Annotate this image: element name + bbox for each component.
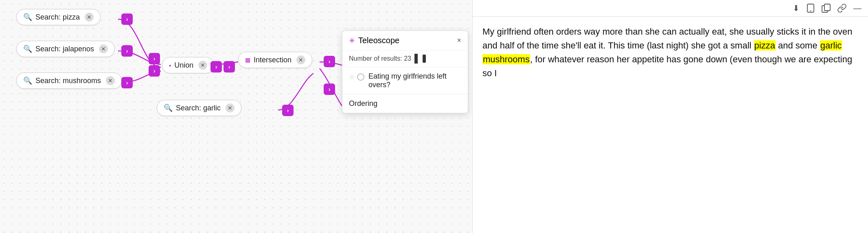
- text-content: My girlfriend often orders way more than…: [473, 17, 868, 88]
- teleoscope-close-button[interactable]: ×: [457, 36, 461, 45]
- results-bar: [414, 54, 418, 64]
- list-item-1-text: Ordering: [349, 99, 377, 108]
- teleoscope-list: ☆ Eating my girlfriends left overs? Orde…: [342, 67, 468, 113]
- union-arrow-out[interactable]: ›: [210, 61, 222, 73]
- search-garlic-close[interactable]: ✕: [226, 103, 235, 112]
- search-jalapenos-arrow[interactable]: ›: [121, 45, 133, 57]
- union-label: Union: [174, 61, 193, 70]
- intersection-icon: ▩: [245, 57, 250, 63]
- search-jalapenos-label: Search: jalapenos: [35, 45, 94, 53]
- union-close[interactable]: ✕: [198, 61, 207, 70]
- teleoscope-meta: Number of results: 23: [342, 51, 468, 67]
- list-item-0-text: Eating my girlfriends left overs?: [368, 72, 461, 89]
- union-arrow-in-top[interactable]: ›: [149, 53, 160, 64]
- search-garlic-icon: 🔍: [164, 103, 173, 112]
- text-part-4: , for whatever reason her appetite has g…: [482, 54, 852, 78]
- intersection-node[interactable]: ▩ Intersection ✕: [238, 52, 312, 68]
- search-mushrooms-arrow[interactable]: ›: [121, 77, 133, 88]
- union-arrow-in-bot[interactable]: ›: [149, 65, 160, 77]
- right-panel: ⬇ — My girlfriend often orders way more …: [472, 0, 868, 233]
- intersection-arrow-out-top[interactable]: ›: [324, 56, 335, 67]
- search-garlic-arrow[interactable]: ›: [282, 105, 294, 116]
- link-icon[interactable]: [837, 3, 847, 13]
- list-item-0[interactable]: ☆ Eating my girlfriends left overs?: [342, 67, 468, 95]
- search-garlic-label: Search: garlic: [176, 104, 221, 112]
- search-mushrooms-icon: 🔍: [23, 76, 32, 85]
- union-icon: ▪: [169, 62, 171, 69]
- canvas-panel: 🔍 Search: pizza ✕ › 🔍 Search: jalapenos …: [0, 0, 472, 233]
- search-pizza-icon: 🔍: [23, 13, 32, 22]
- search-mushrooms-label: Search: mushrooms: [35, 77, 101, 85]
- intersection-close[interactable]: ✕: [296, 55, 305, 64]
- copy-icon[interactable]: [822, 4, 831, 13]
- circle-icon-0: [357, 73, 364, 81]
- search-mushrooms-node[interactable]: 🔍 Search: mushrooms ✕: [16, 73, 122, 89]
- star-icon-0: ☆: [349, 73, 355, 81]
- search-pizza-arrow[interactable]: ›: [121, 13, 133, 25]
- svg-rect-3: [824, 4, 830, 11]
- intersection-arrow-out-bot[interactable]: ›: [324, 84, 335, 95]
- download-icon[interactable]: ⬇: [793, 3, 800, 13]
- search-pizza-label: Search: pizza: [35, 13, 80, 22]
- text-highlight-pizza: pizza: [754, 40, 776, 51]
- text-highlight-mushrooms: mushrooms: [482, 54, 530, 64]
- list-item-0-icons: ☆: [349, 72, 364, 81]
- search-jalapenos-icon: 🔍: [23, 44, 32, 53]
- text-part-2: and some: [776, 40, 820, 51]
- search-jalapenos-node[interactable]: 🔍 Search: jalapenos ✕: [16, 41, 115, 57]
- search-mushrooms-close[interactable]: ✕: [106, 76, 115, 85]
- union-arrow-out2[interactable]: ›: [224, 61, 235, 73]
- svg-point-1: [810, 10, 811, 11]
- text-highlight-garlic: garlic: [820, 40, 842, 51]
- results-label: Number of results: 23: [349, 55, 411, 62]
- search-pizza-close[interactable]: ✕: [85, 13, 94, 22]
- right-toolbar: ⬇ —: [473, 0, 868, 17]
- scrollbar-thumb[interactable]: [423, 55, 426, 63]
- search-jalapenos-close[interactable]: ✕: [99, 44, 108, 53]
- teleoscope-title: Teleoscope: [358, 36, 454, 45]
- search-garlic-node[interactable]: 🔍 Search: garlic ✕: [157, 100, 241, 116]
- minimize-icon[interactable]: —: [853, 4, 861, 13]
- teleoscope-popup: ✳ Teleoscope × Number of results: 23 ☆ E…: [342, 31, 468, 113]
- intersection-label: Intersection: [254, 56, 292, 64]
- teleoscope-header: ✳ Teleoscope ×: [342, 31, 468, 51]
- union-node[interactable]: ▪ Union ✕: [162, 57, 214, 73]
- tablet-icon[interactable]: [806, 4, 815, 13]
- list-item-1[interactable]: Ordering: [342, 95, 468, 113]
- search-pizza-node[interactable]: 🔍 Search: pizza ✕: [16, 9, 101, 25]
- teleoscope-asterisk-icon: ✳: [349, 36, 355, 45]
